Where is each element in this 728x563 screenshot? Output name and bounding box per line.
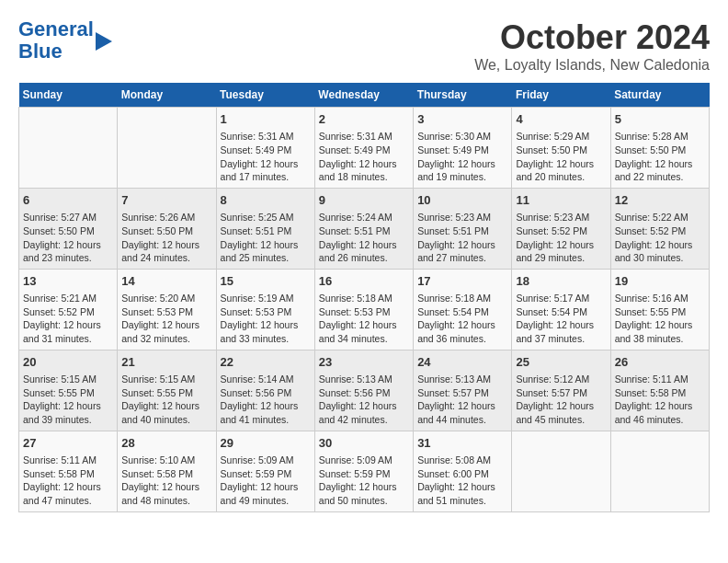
- calendar-cell: 13Sunrise: 5:21 AM Sunset: 5:52 PM Dayli…: [19, 269, 118, 350]
- day-info: Sunrise: 5:20 AM Sunset: 5:53 PM Dayligh…: [121, 292, 211, 346]
- calendar-week-row: 1Sunrise: 5:31 AM Sunset: 5:49 PM Daylig…: [19, 108, 710, 189]
- calendar-cell: 15Sunrise: 5:19 AM Sunset: 5:53 PM Dayli…: [216, 269, 314, 350]
- calendar-cell: 21Sunrise: 5:15 AM Sunset: 5:55 PM Dayli…: [118, 350, 216, 431]
- day-number: 17: [417, 273, 507, 290]
- day-info: Sunrise: 5:25 AM Sunset: 5:51 PM Dayligh…: [221, 211, 311, 265]
- day-info: Sunrise: 5:29 AM Sunset: 5:50 PM Dayligh…: [516, 130, 606, 184]
- calendar-cell: 10Sunrise: 5:23 AM Sunset: 5:51 PM Dayli…: [414, 188, 512, 269]
- calendar-week-row: 13Sunrise: 5:21 AM Sunset: 5:52 PM Dayli…: [19, 269, 710, 350]
- calendar-week-row: 20Sunrise: 5:15 AM Sunset: 5:55 PM Dayli…: [19, 350, 710, 431]
- day-number: 25: [516, 354, 606, 371]
- day-info: Sunrise: 5:11 AM Sunset: 5:58 PM Dayligh…: [23, 454, 113, 508]
- day-number: 1: [221, 111, 311, 128]
- day-number: 27: [23, 435, 113, 452]
- day-info: Sunrise: 5:13 AM Sunset: 5:57 PM Dayligh…: [417, 373, 507, 427]
- calendar-cell: [19, 108, 118, 189]
- day-info: Sunrise: 5:15 AM Sunset: 5:55 PM Dayligh…: [23, 373, 113, 427]
- calendar-cell: [512, 431, 610, 511]
- calendar-cell: 19Sunrise: 5:16 AM Sunset: 5:55 PM Dayli…: [610, 269, 709, 350]
- calendar-cell: 29Sunrise: 5:09 AM Sunset: 5:59 PM Dayli…: [216, 431, 314, 511]
- day-number: 30: [319, 435, 409, 452]
- day-number: 16: [319, 273, 409, 290]
- calendar-cell: 28Sunrise: 5:10 AM Sunset: 5:58 PM Dayli…: [118, 431, 216, 511]
- day-number: 6: [23, 192, 113, 209]
- weekday-header: Thursday: [414, 83, 512, 108]
- calendar-title: October 2024: [474, 18, 710, 57]
- day-info: Sunrise: 5:12 AM Sunset: 5:57 PM Dayligh…: [516, 373, 606, 427]
- day-number: 11: [516, 192, 606, 209]
- day-info: Sunrise: 5:26 AM Sunset: 5:50 PM Dayligh…: [121, 211, 211, 265]
- calendar-cell: 2Sunrise: 5:31 AM Sunset: 5:49 PM Daylig…: [314, 108, 413, 189]
- day-number: 24: [417, 354, 507, 371]
- day-info: Sunrise: 5:19 AM Sunset: 5:53 PM Dayligh…: [221, 292, 311, 346]
- calendar-cell: 26Sunrise: 5:11 AM Sunset: 5:58 PM Dayli…: [610, 350, 709, 431]
- day-number: 23: [319, 354, 409, 371]
- day-number: 12: [615, 192, 705, 209]
- weekday-header: Saturday: [610, 83, 709, 108]
- weekday-header: Wednesday: [314, 83, 413, 108]
- day-number: 19: [615, 273, 705, 290]
- calendar-cell: 4Sunrise: 5:29 AM Sunset: 5:50 PM Daylig…: [512, 108, 610, 189]
- day-info: Sunrise: 5:21 AM Sunset: 5:52 PM Dayligh…: [23, 292, 113, 346]
- calendar-cell: 23Sunrise: 5:13 AM Sunset: 5:56 PM Dayli…: [314, 350, 413, 431]
- calendar-cell: 16Sunrise: 5:18 AM Sunset: 5:53 PM Dayli…: [314, 269, 413, 350]
- day-info: Sunrise: 5:22 AM Sunset: 5:52 PM Dayligh…: [615, 211, 705, 265]
- day-info: Sunrise: 5:23 AM Sunset: 5:52 PM Dayligh…: [516, 211, 606, 265]
- logo: GeneralBlue: [18, 18, 112, 63]
- calendar-cell: 24Sunrise: 5:13 AM Sunset: 5:57 PM Dayli…: [414, 350, 512, 431]
- day-info: Sunrise: 5:08 AM Sunset: 6:00 PM Dayligh…: [417, 454, 507, 508]
- day-info: Sunrise: 5:18 AM Sunset: 5:54 PM Dayligh…: [417, 292, 507, 346]
- day-number: 15: [221, 273, 311, 290]
- day-number: 10: [417, 192, 507, 209]
- weekday-header-row: SundayMondayTuesdayWednesdayThursdayFrid…: [19, 83, 710, 108]
- day-info: Sunrise: 5:11 AM Sunset: 5:58 PM Dayligh…: [615, 373, 705, 427]
- day-number: 2: [319, 111, 409, 128]
- calendar-cell: [118, 108, 216, 189]
- page-header: GeneralBlue October 2024 We, Loyalty Isl…: [18, 18, 710, 74]
- day-number: 26: [615, 354, 705, 371]
- calendar-cell: 8Sunrise: 5:25 AM Sunset: 5:51 PM Daylig…: [216, 188, 314, 269]
- day-info: Sunrise: 5:09 AM Sunset: 5:59 PM Dayligh…: [221, 454, 311, 508]
- day-number: 9: [319, 192, 409, 209]
- title-section: October 2024 We, Loyalty Islands, New Ca…: [474, 18, 710, 74]
- weekday-header: Tuesday: [216, 83, 314, 108]
- day-number: 14: [121, 273, 211, 290]
- weekday-header: Friday: [512, 83, 610, 108]
- calendar-cell: 17Sunrise: 5:18 AM Sunset: 5:54 PM Dayli…: [414, 269, 512, 350]
- day-info: Sunrise: 5:31 AM Sunset: 5:49 PM Dayligh…: [221, 130, 311, 184]
- calendar-cell: 11Sunrise: 5:23 AM Sunset: 5:52 PM Dayli…: [512, 188, 610, 269]
- day-number: 3: [417, 111, 507, 128]
- day-number: 8: [221, 192, 311, 209]
- calendar-week-row: 6Sunrise: 5:27 AM Sunset: 5:50 PM Daylig…: [19, 188, 710, 269]
- calendar-cell: 18Sunrise: 5:17 AM Sunset: 5:54 PM Dayli…: [512, 269, 610, 350]
- day-info: Sunrise: 5:28 AM Sunset: 5:50 PM Dayligh…: [615, 130, 705, 184]
- day-number: 28: [121, 435, 211, 452]
- calendar-cell: 22Sunrise: 5:14 AM Sunset: 5:56 PM Dayli…: [216, 350, 314, 431]
- day-info: Sunrise: 5:27 AM Sunset: 5:50 PM Dayligh…: [23, 211, 113, 265]
- calendar-cell: 9Sunrise: 5:24 AM Sunset: 5:51 PM Daylig…: [314, 188, 413, 269]
- weekday-header: Sunday: [19, 83, 118, 108]
- day-number: 5: [615, 111, 705, 128]
- calendar-week-row: 27Sunrise: 5:11 AM Sunset: 5:58 PM Dayli…: [19, 431, 710, 511]
- calendar-cell: 20Sunrise: 5:15 AM Sunset: 5:55 PM Dayli…: [19, 350, 118, 431]
- calendar-cell: 1Sunrise: 5:31 AM Sunset: 5:49 PM Daylig…: [216, 108, 314, 189]
- day-number: 31: [417, 435, 507, 452]
- day-info: Sunrise: 5:23 AM Sunset: 5:51 PM Dayligh…: [417, 211, 507, 265]
- day-info: Sunrise: 5:17 AM Sunset: 5:54 PM Dayligh…: [516, 292, 606, 346]
- day-number: 21: [121, 354, 211, 371]
- day-number: 4: [516, 111, 606, 128]
- day-number: 7: [121, 192, 211, 209]
- day-info: Sunrise: 5:13 AM Sunset: 5:56 PM Dayligh…: [319, 373, 409, 427]
- day-info: Sunrise: 5:09 AM Sunset: 5:59 PM Dayligh…: [319, 454, 409, 508]
- calendar-cell: 5Sunrise: 5:28 AM Sunset: 5:50 PM Daylig…: [610, 108, 709, 189]
- calendar-cell: 6Sunrise: 5:27 AM Sunset: 5:50 PM Daylig…: [19, 188, 118, 269]
- day-number: 13: [23, 273, 113, 290]
- day-number: 18: [516, 273, 606, 290]
- calendar-subtitle: We, Loyalty Islands, New Caledonia: [474, 57, 710, 74]
- calendar-cell: 3Sunrise: 5:30 AM Sunset: 5:49 PM Daylig…: [414, 108, 512, 189]
- day-info: Sunrise: 5:31 AM Sunset: 5:49 PM Dayligh…: [319, 130, 409, 184]
- calendar-cell: 14Sunrise: 5:20 AM Sunset: 5:53 PM Dayli…: [118, 269, 216, 350]
- calendar-cell: 25Sunrise: 5:12 AM Sunset: 5:57 PM Dayli…: [512, 350, 610, 431]
- day-info: Sunrise: 5:14 AM Sunset: 5:56 PM Dayligh…: [221, 373, 311, 427]
- calendar-cell: [610, 431, 709, 511]
